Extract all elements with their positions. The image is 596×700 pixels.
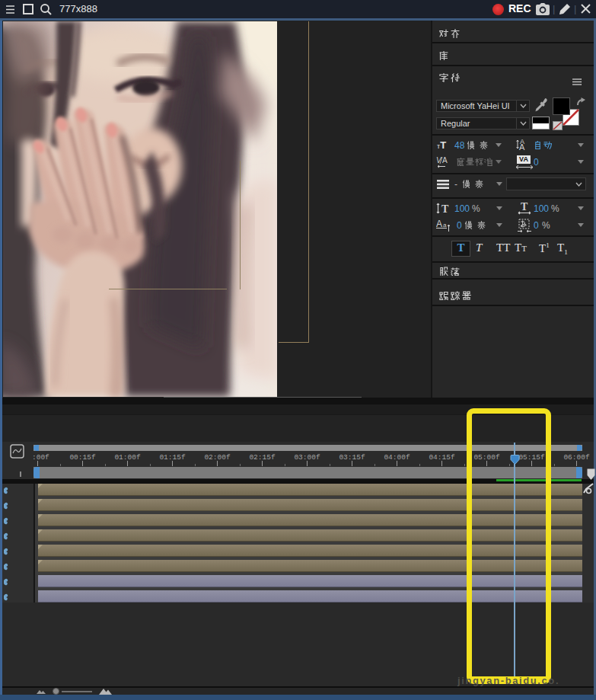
svg-text:A: A <box>442 156 448 165</box>
svg-text:T: T <box>441 203 449 215</box>
svg-text:a: a <box>443 222 447 229</box>
svg-text:A: A <box>436 219 442 229</box>
svg-text:A: A <box>519 142 525 151</box>
svg-text:T: T <box>521 202 528 213</box>
